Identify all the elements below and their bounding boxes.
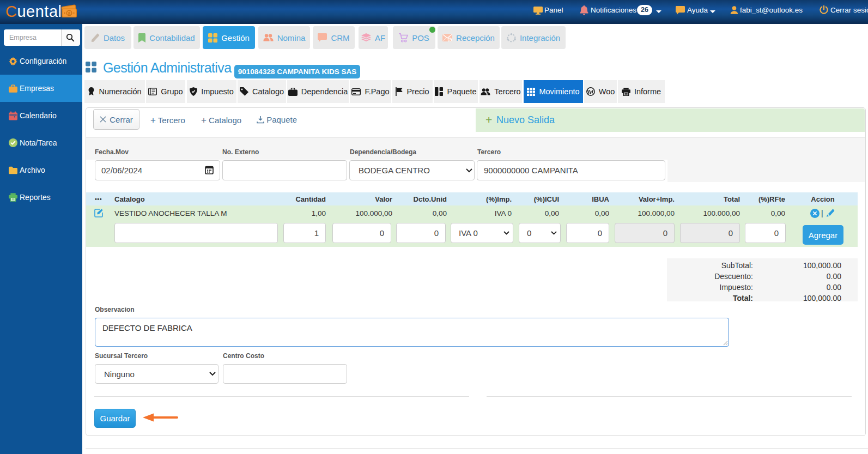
- svg-text:$: $: [68, 11, 71, 16]
